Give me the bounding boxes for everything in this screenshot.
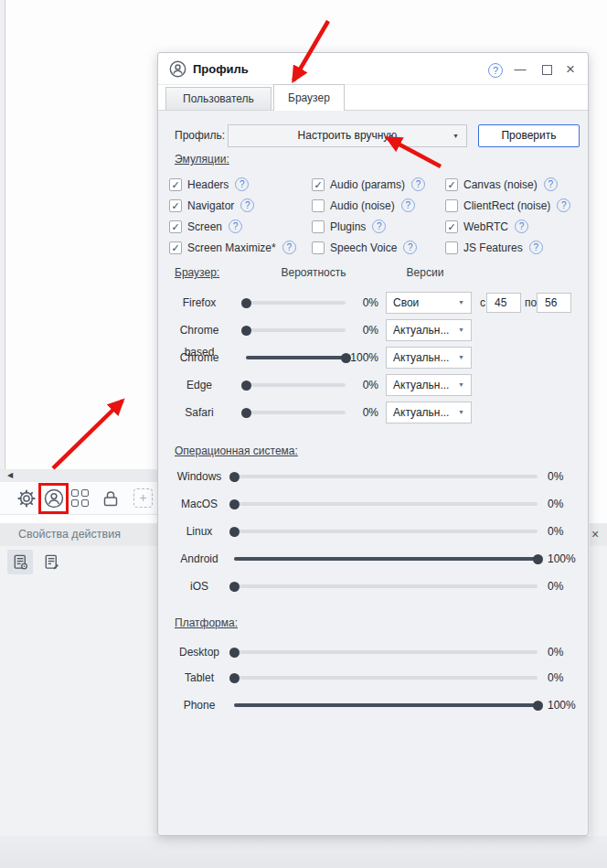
platform-row-tablet: Tablet 0% xyxy=(158,667,590,689)
checkbox[interactable]: ✓ xyxy=(445,220,458,233)
check-profile-button[interactable]: Проверить xyxy=(478,124,580,147)
checkbox[interactable]: ✓ xyxy=(169,199,182,212)
slider-handle[interactable] xyxy=(533,554,543,564)
help-icon[interactable]: ? xyxy=(240,198,254,212)
version-to-input[interactable] xyxy=(537,293,571,313)
help-icon[interactable]: ? xyxy=(485,53,506,85)
dialog-title: Профиль xyxy=(193,53,249,85)
slider-handle[interactable] xyxy=(241,380,251,391)
probability-slider[interactable] xyxy=(246,402,346,423)
checkbox[interactable]: ✓ xyxy=(169,178,182,191)
help-icon[interactable]: ? xyxy=(557,198,570,212)
slider-handle[interactable] xyxy=(229,472,240,482)
close-button[interactable]: × xyxy=(562,53,579,85)
probability-slider[interactable] xyxy=(234,575,538,597)
probability-slider[interactable] xyxy=(246,319,346,341)
probability-slider[interactable] xyxy=(234,548,538,570)
version-select[interactable]: Свои▼ xyxy=(386,292,472,314)
checkbox[interactable] xyxy=(445,199,458,212)
checkbox[interactable] xyxy=(445,241,458,254)
help-icon[interactable]: ? xyxy=(515,220,528,233)
slider-handle[interactable] xyxy=(533,701,543,711)
help-icon[interactable]: ? xyxy=(529,241,543,254)
panel-collapse-strip[interactable]: ◀ xyxy=(0,469,157,482)
probability-slider[interactable] xyxy=(246,374,346,396)
slider-handle[interactable] xyxy=(229,648,240,658)
chevron-down-icon: ▼ xyxy=(453,125,459,146)
tab-browser[interactable]: Браузер xyxy=(273,84,345,111)
browser-row-edge: Edge 0% Актуальн...▼ xyxy=(158,374,590,396)
help-icon[interactable]: ? xyxy=(235,177,249,191)
checkbox[interactable] xyxy=(312,220,325,233)
dialog-tabstrip: Пользователь Браузер xyxy=(158,85,588,111)
row-label: Linux xyxy=(164,520,235,542)
dialog-titlebar: Профиль ? — × xyxy=(158,53,588,85)
slider-handle[interactable] xyxy=(229,673,240,683)
checkbox-label: Headers xyxy=(187,178,229,191)
checkbox[interactable]: ✓ xyxy=(445,178,458,191)
checkbox[interactable]: ✓ xyxy=(169,220,182,233)
slider-handle[interactable] xyxy=(241,326,251,336)
maximize-button[interactable] xyxy=(540,53,553,85)
checkbox[interactable]: ✓ xyxy=(312,178,325,191)
collapse-left-icon[interactable]: ◀ xyxy=(7,471,13,479)
version-from-input[interactable] xyxy=(486,293,521,313)
checkbox-label: ClientRect (noise) xyxy=(463,199,550,212)
platform-section-title: Платформа: xyxy=(175,616,238,630)
checkbox[interactable]: ✓ xyxy=(169,241,182,254)
percent-value: 100% xyxy=(548,694,590,716)
add-module-icon[interactable]: + xyxy=(133,488,153,508)
help-icon[interactable]: ? xyxy=(282,241,296,254)
chevron-down-icon: ▼ xyxy=(458,375,464,395)
profile-select[interactable]: Настроить вручную ▼ xyxy=(228,124,467,147)
checkbox-label: Screen xyxy=(187,220,222,233)
probability-slider[interactable] xyxy=(234,520,538,542)
probability-header: Вероятность xyxy=(277,265,350,280)
slider-handle[interactable] xyxy=(229,582,240,592)
help-icon[interactable]: ? xyxy=(401,198,415,212)
slider-handle[interactable] xyxy=(241,408,251,418)
lock-icon[interactable] xyxy=(101,488,121,509)
probability-slider[interactable] xyxy=(234,493,538,515)
help-icon[interactable]: ? xyxy=(411,177,425,191)
settings-gear-icon[interactable] xyxy=(16,488,37,509)
panel-close-icon[interactable]: × xyxy=(591,527,599,541)
to-label: по xyxy=(525,292,537,314)
probability-slider[interactable] xyxy=(234,667,538,689)
action-properties-panel xyxy=(0,546,157,836)
probability-slider[interactable] xyxy=(246,292,346,314)
slider-handle[interactable] xyxy=(241,298,251,308)
doc-edit-icon[interactable] xyxy=(38,550,64,574)
probability-slider[interactable] xyxy=(234,694,538,716)
checkbox-label: Plugins xyxy=(330,220,366,233)
checkbox-row: ✓Screen? xyxy=(169,216,312,237)
version-select[interactable]: Актуальн...▼ xyxy=(386,347,472,369)
help-icon[interactable]: ? xyxy=(229,220,242,233)
percent-value: 0% xyxy=(548,575,590,597)
chevron-down-icon: ▼ xyxy=(458,402,464,423)
checkbox[interactable] xyxy=(312,241,325,254)
probability-slider[interactable] xyxy=(234,641,538,663)
version-select[interactable]: Актуальн...▼ xyxy=(386,319,472,341)
os-row-macos: MacOS 0% xyxy=(158,493,590,515)
checkbox[interactable] xyxy=(312,199,325,212)
row-label: MacOS xyxy=(164,493,235,515)
row-label: Desktop xyxy=(164,641,235,663)
properties-header-right: × xyxy=(590,523,607,546)
minimize-button[interactable]: — xyxy=(513,53,527,85)
probability-slider[interactable] xyxy=(246,347,346,369)
help-icon[interactable]: ? xyxy=(372,220,386,233)
help-icon[interactable]: ? xyxy=(544,177,558,191)
doc-settings-icon[interactable] xyxy=(7,550,33,574)
probability-slider[interactable] xyxy=(234,466,538,488)
version-select[interactable]: Актуальн...▼ xyxy=(386,402,472,423)
tab-user[interactable]: Пользователь xyxy=(165,87,272,110)
version-select[interactable]: Актуальн...▼ xyxy=(386,374,472,396)
os-row-windows: Windows 0% xyxy=(158,466,590,488)
modules-grid-icon[interactable] xyxy=(70,488,92,510)
slider-handle[interactable] xyxy=(229,499,240,509)
slider-handle[interactable] xyxy=(229,527,240,537)
percent-value: 0% xyxy=(348,292,378,314)
help-icon[interactable]: ? xyxy=(403,241,417,254)
percent-value: 0% xyxy=(548,493,590,515)
